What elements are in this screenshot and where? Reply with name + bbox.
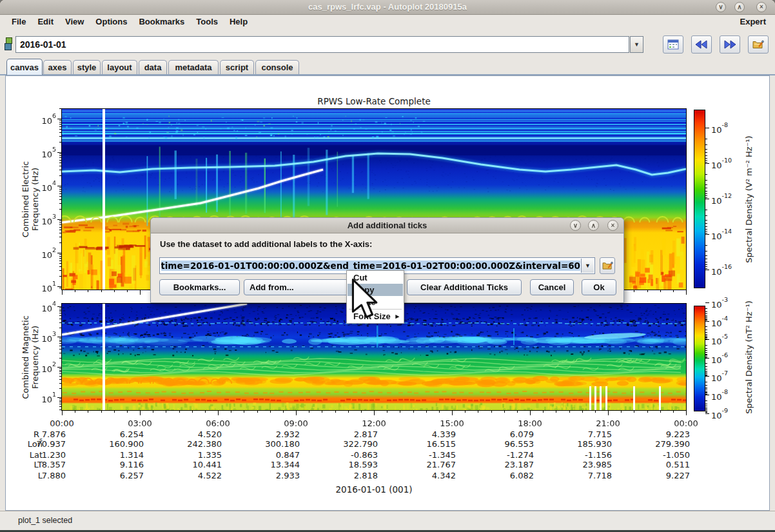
dialog-minimize-button[interactable]: ∨ xyxy=(570,220,581,231)
magnetic-y-minor-tick xyxy=(59,346,62,346)
previous-interval-button[interactable] xyxy=(691,35,712,54)
exponent: -6 xyxy=(722,351,728,359)
electric-y-minor-tick xyxy=(59,254,62,255)
tab-script[interactable]: script xyxy=(220,60,254,74)
electric-y-minor-tick xyxy=(59,160,62,161)
ephemeris-value: 2.933 xyxy=(248,471,300,481)
electric-y-minor-tick xyxy=(59,120,62,121)
tab-data[interactable]: data xyxy=(139,60,167,74)
timerange-calendar-button[interactable] xyxy=(663,35,683,54)
menu-view[interactable]: View xyxy=(65,15,84,28)
magnetic-y-tick-label: 101 xyxy=(28,392,56,405)
uri-input[interactable]: 2016-01-01 xyxy=(15,36,629,53)
x-axis-minor-tick xyxy=(634,410,634,413)
electric-y-minor-tick xyxy=(59,209,62,210)
colorbar-magnetic-minor-tick xyxy=(705,326,707,327)
menu-bookmarks[interactable]: Bookmarks xyxy=(139,15,184,28)
colorbar-magnetic-minor-tick xyxy=(705,391,707,391)
electric-y-minor-tick xyxy=(59,191,62,192)
ephemeris-value: 2.932 xyxy=(248,429,300,440)
tab-axes[interactable]: axes xyxy=(43,60,72,74)
dialog-title-bar[interactable]: Add additional ticks ∨ ∧ × xyxy=(151,218,623,233)
clear-additional-ticks-button[interactable]: Clear Additional Ticks xyxy=(407,279,522,295)
dialog-inspect-uri-button[interactable] xyxy=(600,257,615,274)
tab-console[interactable]: console xyxy=(255,60,299,74)
bookmarks-button[interactable]: Bookmarks... xyxy=(159,279,240,295)
menu-tools[interactable]: Tools xyxy=(196,15,218,28)
electric-y-minor-tick xyxy=(59,142,62,143)
next-interval-button[interactable] xyxy=(720,35,740,54)
x-axis-major-tick xyxy=(530,410,531,415)
magnetic-y-major-tick xyxy=(57,337,62,337)
status-bar: plot_1 selected xyxy=(0,511,775,531)
colorbar-electric-minor-tick xyxy=(705,259,707,259)
dialog-close-button[interactable]: × xyxy=(607,220,618,231)
x-axis-minor-tick xyxy=(257,410,258,413)
add-from-button[interactable]: Add from... xyxy=(244,279,363,295)
ephemeris-value: 7.718 xyxy=(560,471,612,481)
menu-edit[interactable]: Edit xyxy=(37,15,54,28)
ephemeris-value: 6.082 xyxy=(482,471,534,481)
x-axis-minor-tick xyxy=(491,410,492,413)
combobox-dropdown-button[interactable]: ▼ xyxy=(581,259,594,273)
tab-bar: canvasaxesstylelayoutdatametadatascriptc… xyxy=(0,57,775,75)
colorbar-electric-minor-tick xyxy=(705,215,707,216)
x-axis-minor-tick xyxy=(244,410,244,413)
colorbar-magnetic-tick-label: 10-9 xyxy=(711,408,740,421)
tab-metadata[interactable]: metadata xyxy=(168,60,219,74)
electric-y-minor-tick xyxy=(59,266,62,267)
inspect-uri-button[interactable] xyxy=(748,35,769,54)
electric-y-major-tick xyxy=(57,219,62,220)
window-close-button[interactable]: × xyxy=(756,2,767,12)
x-axis-minor-tick xyxy=(361,410,362,413)
magnetic-y-minor-tick xyxy=(59,328,62,328)
window-maximize-button[interactable]: ∧ xyxy=(734,2,745,12)
colorbar-electric-minor-tick xyxy=(705,262,707,262)
colorbar-electric-minor-tick xyxy=(705,229,707,230)
ok-button[interactable]: Ok xyxy=(582,279,616,295)
magnetic-y-minor-tick xyxy=(59,399,62,399)
dialog-message: Use the dataset to add additional labels… xyxy=(160,239,372,249)
electric-y-tick-label: 105 xyxy=(28,147,56,160)
ephemeris-value: 7.880 xyxy=(14,471,66,481)
x-axis-tick-label: 15:00 xyxy=(433,419,471,429)
x-axis-major-tick xyxy=(608,410,609,415)
ephemeris-value: 4.522 xyxy=(170,471,222,481)
x-axis-minor-tick xyxy=(127,290,128,292)
uri-dropdown-button[interactable]: ▼ xyxy=(630,36,643,53)
exponent: 1 xyxy=(52,391,56,398)
tab-style[interactable]: style xyxy=(73,60,101,74)
window-title-bar[interactable]: cas_rpws_lrfc.vap - Autoplot 20180915a ∨… xyxy=(0,0,775,15)
tab-canvas[interactable]: canvas xyxy=(6,59,43,75)
ephemeris-value: 2.818 xyxy=(326,471,378,481)
x-axis-minor-tick xyxy=(582,410,583,413)
colorbar-electric-minor-tick xyxy=(705,152,707,153)
colorbar-magnetic-minor-tick xyxy=(705,406,707,406)
electric-y-major-tick xyxy=(57,286,62,287)
colorbar-magnetic-minor-tick xyxy=(705,385,707,386)
colorbar-magnetic-tick-label: 10-8 xyxy=(711,389,740,402)
tab-layout[interactable]: layout xyxy=(102,60,137,74)
exponent: -14 xyxy=(722,228,732,235)
cancel-button[interactable]: Cancel xyxy=(530,279,574,295)
dialog-maximize-button[interactable]: ∧ xyxy=(588,220,599,231)
colorbar-electric-tick-label: 10-10 xyxy=(711,158,740,171)
x-axis-tick-label: 21:00 xyxy=(589,419,627,429)
expert-mode-label[interactable]: Expert xyxy=(740,15,766,28)
x-axis-major-tick xyxy=(62,290,63,295)
menu-bar: Expert FileEditViewOptionsBookmarksTools… xyxy=(0,15,775,29)
window-minimize-button[interactable]: ∨ xyxy=(716,2,726,12)
x-axis-minor-tick xyxy=(621,410,622,413)
colorbar-magnetic-minor-tick xyxy=(705,308,707,309)
colorbar-magnetic-tick xyxy=(705,413,709,414)
electric-y-minor-tick xyxy=(59,261,62,261)
datasource-status-icons xyxy=(4,37,12,52)
magnetic-y-minor-tick xyxy=(59,379,62,380)
x-axis-minor-tick xyxy=(283,410,284,413)
colorbar-magnetic-minor-tick xyxy=(705,371,707,371)
menu-file[interactable]: File xyxy=(12,15,26,28)
colorbar-electric-minor-tick xyxy=(705,268,707,269)
x-axis-minor-tick xyxy=(205,410,206,413)
menu-help[interactable]: Help xyxy=(230,15,248,28)
menu-options[interactable]: Options xyxy=(95,15,127,28)
